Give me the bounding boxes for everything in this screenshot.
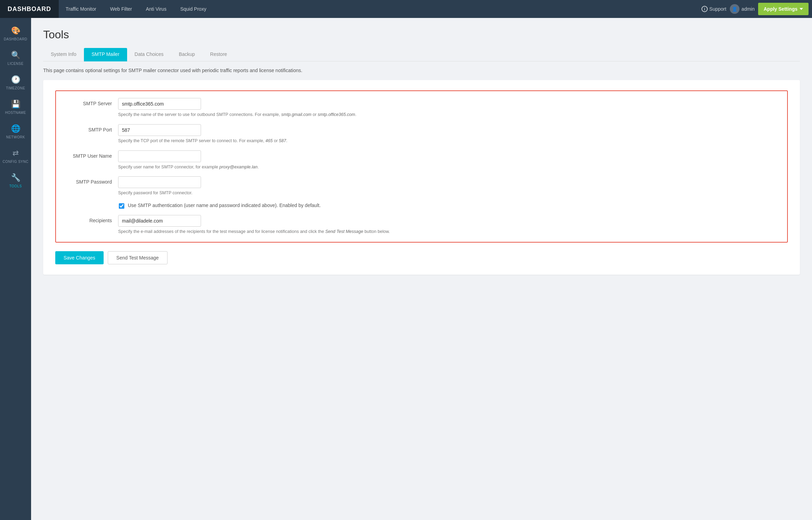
smtp-port-label: SMTP Port: [63, 124, 118, 133]
sidebar-item-network-label: NETWORK: [6, 135, 25, 139]
smtp-username-row: SMTP User Name Specify user name for SMT…: [63, 150, 780, 170]
sidebar-item-dashboard-label: DASHBOARD: [4, 37, 27, 41]
license-icon: 🔍: [11, 51, 20, 60]
sidebar-item-timezone[interactable]: 🕐 TIMEZONE: [0, 70, 31, 95]
admin-avatar-icon: 👤: [730, 4, 739, 14]
page-title: Tools: [43, 28, 800, 41]
tab-system-info[interactable]: System Info: [43, 48, 84, 61]
nav-anti-virus[interactable]: Anti Virus: [139, 0, 173, 18]
brand-logo[interactable]: DASHBOARD: [0, 0, 59, 18]
nav-traffic-monitor[interactable]: Traffic Monitor: [59, 0, 103, 18]
admin-label: admin: [742, 6, 755, 12]
smtp-password-label: SMTP Password: [63, 176, 118, 185]
smtp-username-help: Specify user name for SMTP connector, fo…: [118, 164, 412, 170]
main-content: Tools System Info SMTP Mailer Data Choic…: [31, 18, 812, 520]
smtp-auth-label[interactable]: Use SMTP authentication (user name and p…: [128, 203, 321, 208]
send-test-message-button[interactable]: Send Test Message: [108, 251, 168, 264]
smtp-server-input[interactable]: [118, 98, 201, 110]
apply-settings-dropdown-arrow: [800, 8, 803, 10]
sidebar-item-config-sync-label: CONFIG SYNC: [3, 160, 29, 164]
support-label: Support: [709, 6, 726, 12]
smtp-username-input[interactable]: [118, 150, 201, 162]
dashboard-icon: 🎨: [11, 26, 20, 35]
nav-squid-proxy[interactable]: Squid Proxy: [173, 0, 213, 18]
tab-bar: System Info SMTP Mailer Data Choices Bac…: [43, 48, 800, 61]
save-changes-button[interactable]: Save Changes: [55, 251, 104, 264]
smtp-password-content: Specify password for SMTP connector.: [118, 176, 780, 196]
sidebar-item-config-sync[interactable]: ⇄ CONFIG SYNC: [0, 144, 31, 168]
recipients-content: Specify the e-mail addresses of the reci…: [118, 215, 780, 235]
apply-settings-button[interactable]: Apply Settings: [758, 3, 809, 15]
network-icon: 🌐: [11, 124, 20, 133]
action-buttons: Save Changes Send Test Message: [55, 251, 788, 264]
sidebar-item-tools-label: TOOLS: [9, 184, 22, 188]
smtp-port-content: Specify the TCP port of the remote SMTP …: [118, 124, 780, 144]
sidebar: 🎨 DASHBOARD 🔍 LICENSE 🕐 TIMEZONE 💾 HOSTN…: [0, 18, 31, 520]
tab-smtp-mailer[interactable]: SMTP Mailer: [84, 48, 127, 61]
smtp-auth-checkbox[interactable]: [119, 203, 124, 209]
apply-settings-label: Apply Settings: [764, 6, 797, 12]
smtp-server-help: Specify the name of the server to use fo…: [118, 111, 412, 118]
info-icon: i: [701, 6, 708, 12]
sidebar-item-license[interactable]: 🔍 LICENSE: [0, 46, 31, 70]
tab-data-choices[interactable]: Data Choices: [127, 48, 171, 61]
smtp-username-label: SMTP User Name: [63, 150, 118, 159]
recipients-help: Specify the e-mail addresses of the reci…: [118, 228, 412, 235]
sidebar-item-tools[interactable]: 🔧 TOOLS: [0, 168, 31, 193]
recipients-row: Recipients Specify the e-mail addresses …: [63, 215, 780, 235]
smtp-auth-row: Use SMTP authentication (user name and p…: [119, 203, 780, 209]
tab-backup[interactable]: Backup: [171, 48, 203, 61]
hostname-icon: 💾: [11, 100, 20, 109]
nav-items: Traffic Monitor Web Filter Anti Virus Sq…: [59, 0, 701, 18]
smtp-server-row: SMTP Server Specify the name of the serv…: [63, 98, 780, 118]
nav-right: i Support 👤 admin Apply Settings: [701, 3, 812, 15]
smtp-server-content: Specify the name of the server to use fo…: [118, 98, 780, 118]
sidebar-item-hostname[interactable]: 💾 HOSTNAME: [0, 95, 31, 119]
tools-icon: 🔧: [11, 173, 20, 182]
tab-restore[interactable]: Restore: [202, 48, 235, 61]
recipients-input[interactable]: [118, 215, 201, 227]
smtp-port-row: SMTP Port Specify the TCP port of the re…: [63, 124, 780, 144]
nav-web-filter[interactable]: Web Filter: [103, 0, 139, 18]
top-nav: DASHBOARD Traffic Monitor Web Filter Ant…: [0, 0, 812, 18]
smtp-username-content: Specify user name for SMTP connector, fo…: [118, 150, 780, 170]
sidebar-item-hostname-label: HOSTNAME: [5, 111, 26, 115]
smtp-port-input[interactable]: [118, 124, 201, 136]
page-description: This page contains optional settings for…: [43, 68, 800, 73]
sidebar-item-timezone-label: TIMEZONE: [6, 86, 25, 90]
form-section: SMTP Server Specify the name of the serv…: [55, 90, 788, 243]
timezone-icon: 🕐: [11, 75, 20, 84]
smtp-password-input[interactable]: [118, 176, 201, 188]
config-sync-icon: ⇄: [12, 149, 19, 158]
sidebar-item-dashboard[interactable]: 🎨 DASHBOARD: [0, 21, 31, 46]
layout: 🎨 DASHBOARD 🔍 LICENSE 🕐 TIMEZONE 💾 HOSTN…: [0, 18, 812, 520]
smtp-port-help: Specify the TCP port of the remote SMTP …: [118, 138, 412, 144]
settings-card: SMTP Server Specify the name of the serv…: [43, 80, 800, 275]
sidebar-item-network[interactable]: 🌐 NETWORK: [0, 119, 31, 144]
sidebar-item-license-label: LICENSE: [8, 62, 23, 66]
admin-button[interactable]: 👤 admin: [730, 4, 755, 14]
smtp-password-help: Specify password for SMTP connector.: [118, 190, 412, 196]
support-button[interactable]: i Support: [701, 6, 726, 12]
smtp-server-label: SMTP Server: [63, 98, 118, 106]
recipients-label: Recipients: [63, 215, 118, 223]
smtp-password-row: SMTP Password Specify password for SMTP …: [63, 176, 780, 196]
